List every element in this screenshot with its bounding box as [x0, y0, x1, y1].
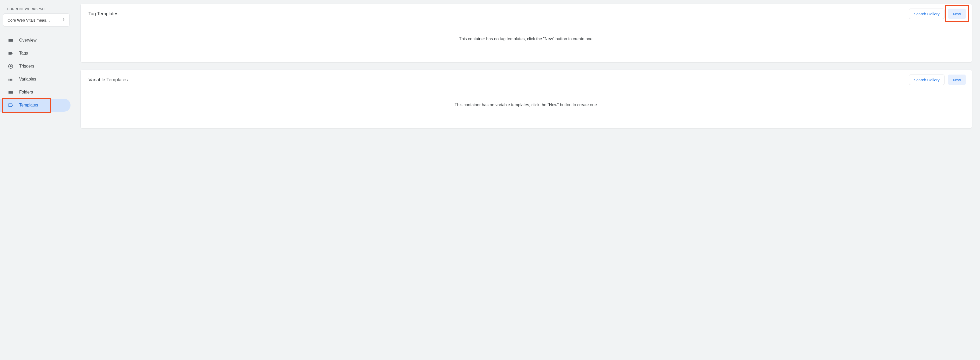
sidebar: CURRENT WORKSPACE Core Web Vitals meas… … — [0, 1, 73, 360]
search-gallery-button[interactable]: Search Gallery — [909, 8, 945, 19]
sidebar-item-overview[interactable]: Overview — [0, 34, 70, 47]
panel-actions: Search Gallery New — [909, 75, 966, 85]
template-icon — [8, 102, 13, 108]
main-content: Tag Templates Search Gallery New This co… — [73, 1, 980, 360]
panel-header: Variable Templates Search Gallery New — [81, 70, 972, 90]
variable-icon — [8, 76, 13, 82]
sidebar-item-folders[interactable]: Folders — [0, 86, 70, 99]
sidebar-item-templates[interactable]: Templates — [0, 99, 70, 112]
search-gallery-button[interactable]: Search Gallery — [909, 75, 945, 85]
sidebar-item-tags[interactable]: Tags — [0, 47, 70, 60]
variable-templates-panel: Variable Templates Search Gallery New Th… — [80, 70, 972, 128]
folder-icon — [8, 90, 13, 95]
sidebar-item-label: Triggers — [19, 64, 34, 69]
workspace-name: Core Web Vitals meas… — [8, 18, 50, 22]
new-button[interactable]: New — [948, 8, 966, 19]
tag-icon — [8, 50, 13, 56]
new-button[interactable]: New — [948, 75, 966, 85]
panel-title: Tag Templates — [88, 11, 118, 17]
sidebar-nav: Overview Tags Triggers Variables — [0, 34, 73, 112]
sidebar-item-variables[interactable]: Variables — [0, 73, 70, 86]
tag-templates-panel: Tag Templates Search Gallery New This co… — [80, 4, 972, 62]
panel-title: Variable Templates — [88, 77, 127, 83]
svg-point-1 — [10, 65, 11, 67]
sidebar-item-label: Tags — [19, 51, 28, 56]
sidebar-item-label: Overview — [19, 38, 37, 43]
variable-templates-empty-message: This container has no variable templates… — [81, 90, 972, 128]
tag-templates-empty-message: This container has no tag templates, cli… — [81, 24, 972, 62]
sidebar-item-label: Templates — [19, 103, 38, 107]
overview-icon — [8, 37, 13, 43]
trigger-icon — [8, 63, 13, 69]
panel-actions: Search Gallery New — [909, 8, 966, 19]
sidebar-item-label: Variables — [19, 77, 36, 82]
workspace-section-label: CURRENT WORKSPACE — [0, 7, 73, 13]
panel-header: Tag Templates Search Gallery New — [81, 4, 972, 24]
chevron-right-icon — [61, 17, 66, 23]
workspace-selector[interactable]: Core Web Vitals meas… — [3, 13, 70, 27]
sidebar-item-label: Folders — [19, 90, 33, 94]
sidebar-item-triggers[interactable]: Triggers — [0, 60, 70, 73]
